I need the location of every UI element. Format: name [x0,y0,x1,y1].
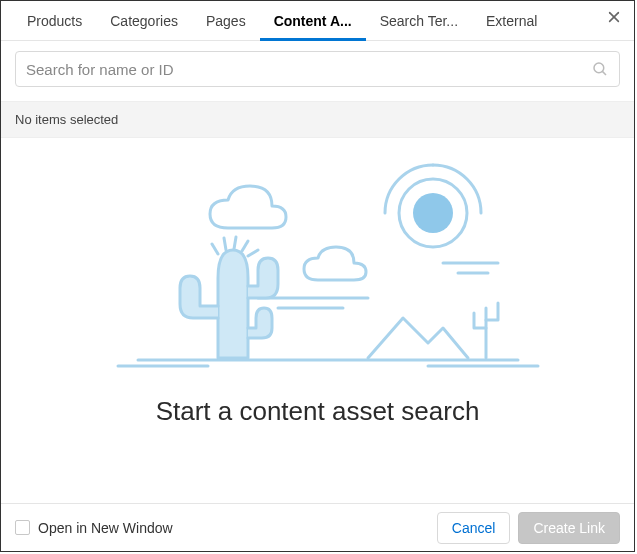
cancel-button[interactable]: Cancel [437,512,511,544]
dialog-footer: Open in New Window Cancel Create Link [1,503,634,551]
tab-external[interactable]: External [472,1,551,41]
tab-categories[interactable]: Categories [96,1,192,41]
open-new-window-checkbox[interactable]: Open in New Window [15,520,173,536]
checkbox-box-icon [15,520,30,535]
close-icon[interactable] [604,7,624,27]
svg-point-4 [413,193,453,233]
desert-illustration [68,158,568,368]
svg-line-3 [602,71,606,75]
svg-line-15 [234,237,236,249]
search-input[interactable] [26,61,591,78]
svg-line-17 [248,250,258,256]
tab-products[interactable]: Products [13,1,96,41]
search-box[interactable] [15,51,620,87]
create-link-button: Create Link [518,512,620,544]
tab-pages[interactable]: Pages [192,1,260,41]
empty-state: Start a content asset search [1,138,634,503]
svg-line-14 [224,238,226,250]
tab-search-terms[interactable]: Search Ter... [366,1,472,41]
empty-state-prompt: Start a content asset search [156,396,480,427]
search-icon [591,60,609,78]
selection-status: No items selected [1,101,634,138]
tabs-row: Products Categories Pages Content A... S… [1,1,634,41]
svg-line-16 [242,241,248,251]
svg-point-2 [594,63,604,73]
open-new-window-label: Open in New Window [38,520,173,536]
search-wrap [1,41,634,101]
svg-line-13 [212,244,218,254]
link-dialog: Products Categories Pages Content A... S… [0,0,635,552]
tab-content-assets[interactable]: Content A... [260,1,366,41]
